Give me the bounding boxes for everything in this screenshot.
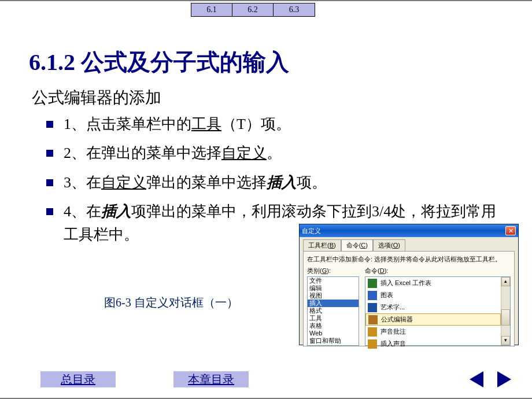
next-arrow-icon[interactable] bbox=[494, 369, 515, 390]
command-item[interactable]: 插入 Excel 工作表 bbox=[365, 277, 501, 289]
list-item: 1、点击菜单栏中的工具（T）项。 bbox=[46, 113, 509, 136]
category-item[interactable]: 视图 bbox=[308, 292, 359, 300]
tab-options[interactable]: 选项(O) bbox=[373, 239, 405, 251]
customize-dialog: 自定义 ✕ 工具栏(B) 命令(C) 选项(O) 在工具栏中添加新命令: 选择类… bbox=[299, 224, 519, 345]
command-icon bbox=[368, 315, 378, 324]
command-label: 图表 bbox=[380, 291, 393, 300]
dialog-title: 自定义 bbox=[302, 227, 321, 235]
step-3-text: 3、在自定义弹出的菜单中选择插入项。 bbox=[64, 171, 509, 194]
dialog-tabs: 工具栏(B) 命令(C) 选项(O) bbox=[300, 237, 518, 251]
tab-toolbars[interactable]: 工具栏(B) bbox=[303, 239, 341, 251]
command-icon bbox=[368, 279, 377, 288]
dialog-description: 在工具栏中添加新命令: 选择类别并将命令从此对话框拖放至工具栏。 bbox=[307, 255, 511, 263]
command-label: 声音批注 bbox=[380, 327, 406, 336]
command-item[interactable]: 图表 bbox=[365, 289, 501, 301]
scroll-up-icon[interactable]: ▴ bbox=[501, 277, 510, 286]
bullet-icon bbox=[46, 179, 53, 186]
dialog-titlebar[interactable]: 自定义 ✕ bbox=[300, 224, 518, 237]
command-item[interactable]: 插入声音 bbox=[365, 338, 501, 350]
list-item: 2、在弹出的菜单中选择自定义。 bbox=[46, 142, 509, 165]
top-divider bbox=[0, 0, 532, 1]
scroll-down-icon[interactable]: ▾ bbox=[501, 336, 510, 345]
step-2-text: 2、在弹出的菜单中选择自定义。 bbox=[64, 142, 509, 165]
figure-caption: 图6-3 自定义对话框（一） bbox=[104, 295, 238, 311]
category-label: 类别(G): bbox=[307, 267, 359, 275]
scrollbar[interactable]: ▴ ▾ bbox=[501, 277, 510, 345]
scroll-thumb[interactable] bbox=[501, 309, 510, 326]
top-tab-6-3[interactable]: 6.3 bbox=[274, 3, 315, 16]
command-label: 插入 Excel 工作表 bbox=[380, 279, 431, 287]
prev-arrow-icon[interactable] bbox=[466, 369, 487, 390]
top-tab-bar: 6.1 6.2 6.3 bbox=[191, 3, 315, 17]
category-item[interactable]: 窗口和帮助 bbox=[308, 337, 359, 345]
page-heading: 6.1.2 公式及分子式的输入 bbox=[29, 46, 289, 78]
category-item[interactable]: 文件 bbox=[308, 277, 359, 285]
scroll-track[interactable] bbox=[501, 286, 510, 336]
category-item[interactable]: 格式 bbox=[308, 307, 359, 315]
command-item-selected[interactable]: 公式编辑器 bbox=[365, 313, 501, 326]
close-icon[interactable]: ✕ bbox=[505, 226, 516, 235]
tab-commands[interactable]: 命令(C) bbox=[341, 239, 373, 251]
page-subtitle: 公式编辑器的添加 bbox=[32, 87, 161, 109]
command-icon bbox=[368, 339, 377, 349]
top-tab-6-2[interactable]: 6.2 bbox=[232, 3, 274, 16]
command-icon bbox=[368, 303, 377, 312]
command-icon bbox=[368, 291, 377, 300]
top-tab-6-1[interactable]: 6.1 bbox=[191, 3, 232, 16]
step-1-text: 1、点击菜单栏中的工具（T）项。 bbox=[64, 113, 509, 136]
link-chapter-toc[interactable]: 本章目录 bbox=[173, 371, 249, 387]
command-item[interactable]: 艺术字... bbox=[365, 301, 501, 313]
svg-marker-0 bbox=[470, 371, 483, 387]
link-main-toc[interactable]: 总目录 bbox=[40, 371, 116, 387]
dialog-panel: 在工具栏中添加新命令: 选择类别并将命令从此对话框拖放至工具栏。 类别(G): … bbox=[303, 251, 515, 346]
category-item[interactable]: 绘图 bbox=[308, 345, 359, 346]
commands-label: 命令(D): bbox=[365, 267, 511, 275]
category-item-selected[interactable]: 插入 bbox=[308, 300, 359, 307]
list-item: 3、在自定义弹出的菜单中选择插入项。 bbox=[46, 171, 509, 194]
command-label: 公式编辑器 bbox=[381, 315, 413, 324]
svg-marker-1 bbox=[497, 371, 511, 387]
category-item[interactable]: Web bbox=[308, 330, 359, 337]
bullet-icon bbox=[46, 208, 53, 215]
command-icon bbox=[368, 327, 377, 337]
command-item[interactable]: 声音批注 bbox=[365, 326, 501, 338]
command-list[interactable]: 插入 Excel 工作表图表艺术字...公式编辑器声音批注插入声音 ▴ ▾ bbox=[365, 276, 511, 346]
nav-arrows bbox=[466, 369, 515, 390]
category-item[interactable]: 编辑 bbox=[308, 285, 359, 292]
category-item[interactable]: 工具 bbox=[308, 315, 359, 322]
category-item[interactable]: 表格 bbox=[308, 322, 359, 330]
category-list[interactable]: 文件 编辑 视图 插入 格式 工具 表格 Web 窗口和帮助 绘图 自选图形 bbox=[307, 276, 359, 346]
command-label: 插入声音 bbox=[380, 339, 406, 348]
command-label: 艺术字... bbox=[380, 303, 405, 312]
bullet-icon bbox=[46, 121, 53, 128]
bullet-icon bbox=[46, 150, 53, 157]
